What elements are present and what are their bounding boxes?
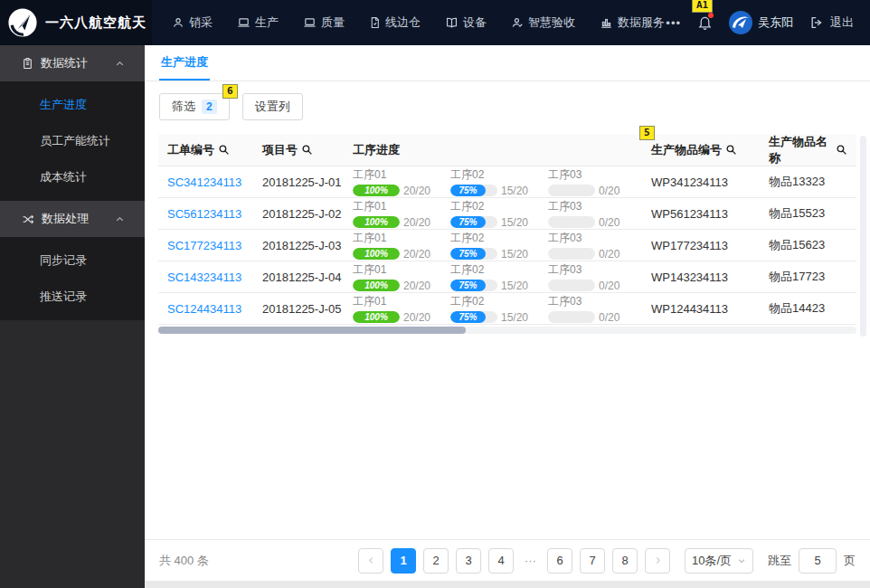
sidebar-item[interactable]: 员工产能统计: [0, 123, 145, 159]
sidebar-submenu: 生产进度员工产能统计成本统计: [0, 81, 145, 201]
user-icon: [172, 16, 184, 29]
next-page-button[interactable]: [645, 548, 670, 574]
progress-bar: 100%: [353, 216, 400, 228]
progress-bar: [548, 248, 595, 260]
nav-item-label: 质量: [321, 14, 345, 31]
project-no-cell: 20181225-J-02: [262, 207, 353, 221]
notification-bell[interactable]: A1: [697, 14, 713, 31]
toolbar: 6 筛选 2 设置列: [145, 81, 870, 131]
project-no-cell: 20181225-J-05: [262, 302, 353, 316]
user-menu[interactable]: 吴东阳: [729, 11, 793, 34]
page-unit-label: 页: [844, 553, 856, 569]
order-no-link[interactable]: SC124434113: [167, 302, 241, 316]
progress-fill: 75%: [450, 311, 486, 323]
vertical-scrollbar[interactable]: [860, 136, 866, 337]
jump-to-page-input[interactable]: [799, 548, 837, 574]
search-icon[interactable]: [725, 144, 737, 156]
process-label: 工序03: [548, 294, 646, 309]
progress-bar: [548, 280, 595, 291]
sidebar-item[interactable]: 成本统计: [0, 159, 145, 195]
filter-button[interactable]: 6 筛选 2: [159, 93, 230, 120]
logout-button[interactable]: 退出: [809, 14, 854, 31]
progress-bar: 75%: [450, 185, 497, 196]
production-table: 工单编号 项目号 工序进度 5 生产物品编号 生产物品名称 SC34123411…: [158, 134, 856, 334]
nav-item-7[interactable]: 数据服务: [600, 14, 665, 31]
item-name-cell: 物品14423: [769, 300, 847, 317]
annotation-mark-5: 5: [639, 126, 655, 140]
process-progress: 工序01 100% 20/20: [353, 199, 450, 229]
company-logo-icon: [7, 7, 38, 38]
page-button-3[interactable]: 3: [456, 548, 481, 574]
filter-label: 筛选: [172, 99, 195, 115]
progress-count: 20/20: [403, 185, 430, 197]
horizontal-scrollbar[interactable]: [158, 327, 856, 334]
page-button-8[interactable]: 8: [612, 548, 638, 574]
nav-item-2[interactable]: 生产: [237, 14, 279, 31]
horizontal-scrollbar-thumb[interactable]: [158, 327, 466, 334]
header-process-progress: 工序进度: [353, 142, 651, 158]
item-code-cell: WP177234113: [651, 239, 769, 252]
tab-production-progress[interactable]: 生产进度: [159, 45, 210, 81]
prev-page-button[interactable]: [358, 548, 383, 574]
process-progress: 工序03 0/20: [548, 199, 646, 229]
page-button-4[interactable]: 4: [488, 548, 514, 574]
project-no-cell: 20181225-J-04: [262, 270, 353, 284]
item-name-cell: 物品15523: [769, 205, 847, 222]
process-label: 工序01: [353, 231, 450, 246]
column-settings-button[interactable]: 设置列: [242, 93, 303, 120]
sidebar-item[interactable]: 同步记录: [0, 242, 145, 279]
order-no-link[interactable]: SC341234113: [167, 175, 241, 189]
page-button-2[interactable]: 2: [423, 548, 449, 574]
process-progress: 工序01 100% 20/20: [353, 294, 450, 324]
page-button-1[interactable]: 1: [391, 548, 416, 574]
search-icon[interactable]: [836, 144, 847, 156]
nav-item-6[interactable]: 智慧验收: [511, 14, 575, 31]
progress-fill: 75%: [450, 185, 486, 196]
search-icon[interactable]: [218, 144, 230, 156]
more-menu-icon[interactable]: •••: [666, 16, 681, 30]
file-icon: [369, 16, 381, 29]
header-project-no: 项目号: [262, 142, 353, 158]
process-label: 工序03: [548, 167, 646, 183]
process-label: 工序01: [353, 262, 450, 278]
nav-item-4[interactable]: 线边仓: [369, 14, 421, 31]
header-item-name: 生产物品名称: [769, 134, 847, 166]
page-button-7[interactable]: 7: [580, 548, 605, 574]
sidebar-item[interactable]: 推送记录: [0, 279, 145, 315]
sidebar-group-1[interactable]: 数据统计: [0, 45, 145, 81]
nav-item-label: 生产: [255, 14, 279, 31]
sidebar-submenu: 同步记录推送记录: [0, 237, 145, 320]
process-label: 工序01: [353, 294, 450, 309]
order-no-link[interactable]: SC561234113: [167, 207, 241, 221]
brand: 一六八航空航天: [0, 0, 152, 45]
nav-item-1[interactable]: 销采: [172, 14, 213, 31]
item-code-cell: WP561234113: [651, 207, 769, 221]
chevron-up-icon: [115, 214, 125, 224]
nav-item-3[interactable]: 质量: [303, 14, 345, 31]
progress-count: 0/20: [599, 311, 619, 324]
order-no-link[interactable]: SC143234113: [167, 270, 241, 284]
progress-fill: 75%: [450, 248, 486, 260]
page-size-select[interactable]: 10条/页: [685, 548, 753, 574]
pagination-ellipsis[interactable]: ···: [521, 548, 540, 574]
progress-count: 15/20: [501, 311, 528, 324]
project-no-cell: 20181225-J-03: [262, 239, 353, 252]
order-no-link[interactable]: SC177234113: [167, 239, 241, 252]
item-code-cell: WP143234113: [651, 270, 769, 284]
progress-count: 0/20: [599, 280, 619, 292]
progress-bar: 75%: [450, 311, 497, 323]
process-label: 工序02: [450, 167, 548, 183]
page-size-value: 10条/页: [692, 553, 732, 569]
sidebar-group-2[interactable]: 数据处理: [0, 201, 145, 237]
process-progress: 工序01 100% 20/20: [353, 262, 450, 292]
clipboard-icon: [22, 57, 33, 70]
brand-title: 一六八航空航天: [45, 14, 147, 32]
page-button-6[interactable]: 6: [547, 548, 572, 574]
progress-bar: [548, 216, 595, 228]
progress-fill: 75%: [450, 216, 486, 228]
search-icon[interactable]: [301, 144, 313, 156]
progress-bar: 75%: [450, 216, 497, 228]
sidebar-item[interactable]: 生产进度: [0, 87, 145, 123]
progress-fill: 100%: [353, 185, 400, 196]
nav-item-5[interactable]: 设备: [445, 14, 487, 31]
